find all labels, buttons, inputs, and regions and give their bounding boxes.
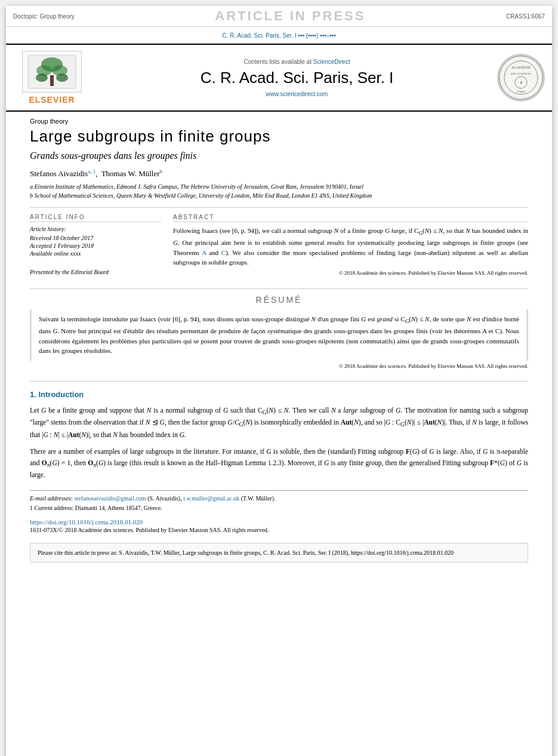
article-info-col: ARTICLE INFO Article history: Received 1… bbox=[30, 214, 161, 276]
accepted-label: Accepted 1 February 2018 bbox=[30, 242, 94, 249]
journal-citation: C. R. Acad. Sci. Paris, Ser. I ••• (••••… bbox=[222, 32, 336, 39]
elsevier-logo-image bbox=[22, 51, 82, 93]
available-label: Available online xxxx bbox=[30, 250, 81, 257]
received-date: Received 18 October 2017 bbox=[30, 235, 161, 241]
theorem-c-link[interactable]: C bbox=[221, 249, 226, 256]
svg-text:PARIS: PARIS bbox=[517, 90, 525, 93]
theorem-a-link[interactable]: A bbox=[202, 249, 206, 256]
email-label: E-mail addresses: bbox=[30, 495, 73, 502]
svg-point-5 bbox=[56, 73, 68, 82]
intro-paragraph-2: There are a number of examples of large … bbox=[30, 446, 528, 480]
contents-available: Contents lists available at ScienceDirec… bbox=[97, 59, 497, 65]
author1-name: Stefanos Aivazidis bbox=[30, 169, 88, 178]
article-in-press-label: ARTICLE IN PRESS bbox=[215, 8, 365, 24]
email2-link[interactable]: t.w.muller@gmul.ac.uk bbox=[183, 495, 239, 502]
email1-link[interactable]: stefanosaivazidis@gmail.com bbox=[75, 495, 146, 502]
author2-name: Thomas W. Müller bbox=[101, 169, 160, 178]
elsevier-logo-area: ELSEVIER bbox=[13, 51, 91, 105]
doi-link[interactable]: https://doi.org/10.1016/j.crma.2018.01.0… bbox=[30, 518, 528, 525]
footnotes-section: E-mail addresses: stefanosaivazidis@gmai… bbox=[30, 490, 528, 512]
intro-paragraph-1: Let G be a finite group and suppose that… bbox=[30, 405, 528, 441]
divider-1 bbox=[30, 207, 528, 208]
doi-section: https://doi.org/10.1016/j.crma.2018.01.0… bbox=[30, 518, 528, 533]
article-body: Group theory Large subgroups in finite g… bbox=[6, 112, 552, 574]
resume-section: RÉSUMÉ Suivant la terminologie introduit… bbox=[30, 288, 528, 368]
elsevier-brand: ELSEVIER bbox=[29, 95, 75, 105]
abstract-text: Following Isaacs (see [6, p. 94]), we ca… bbox=[173, 226, 528, 267]
article-subtitle: Grands sous-groupes dans les groupes fin… bbox=[30, 150, 528, 161]
introduction-section: 1. Introduction Let G be a finite group … bbox=[30, 381, 528, 481]
abstract-copyright: © 2018 Académie des sciences. Published … bbox=[173, 270, 528, 276]
svg-rect-6 bbox=[50, 75, 54, 86]
journal-url: www.sciencedirect.com bbox=[97, 91, 497, 97]
email1-name: (S. Aivazidis), bbox=[147, 495, 182, 502]
affiliation-b: b School of Mathematical Sciences, Queen… bbox=[30, 191, 528, 200]
affiliation-a: a Einstein Institute of Mathematics, Edm… bbox=[30, 182, 528, 191]
crass-id-label: CRASS1:6067 bbox=[506, 13, 545, 20]
header-center: Contents lists available at ScienceDirec… bbox=[97, 59, 497, 97]
resume-theorem-a-link[interactable]: A bbox=[482, 327, 486, 334]
affiliations: a Einstein Institute of Mathematics, Edm… bbox=[30, 182, 528, 200]
email2-name: (T.W. Müller). bbox=[241, 495, 276, 502]
article-info-header: ARTICLE INFO bbox=[30, 214, 161, 222]
footnote-1: 1 Current address: Diamanti 14, Athens 1… bbox=[30, 504, 528, 512]
svg-text:ACADÉMIE: ACADÉMIE bbox=[511, 65, 531, 69]
abstract-header: ABSTRACT bbox=[173, 214, 528, 222]
header-section: ELSEVIER Contents lists available at Sci… bbox=[6, 45, 552, 112]
citation-text: Please cite this article in press as: S.… bbox=[38, 549, 454, 556]
author2-sup: b bbox=[160, 168, 163, 174]
author1-sup: a, 1 bbox=[88, 168, 95, 174]
article-main-title: Large subgroups in finite groups bbox=[30, 127, 528, 146]
accepted-date: Accepted 1 February 2018 bbox=[30, 242, 161, 249]
doctopic-label: Doctopic: Group theory bbox=[13, 13, 75, 20]
top-banner: Doctopic: Group theory ARTICLE IN PRESS … bbox=[6, 6, 552, 27]
resume-theorem-c-link[interactable]: C bbox=[495, 327, 500, 334]
svg-text:⚜: ⚜ bbox=[519, 81, 523, 85]
academy-logo: ACADÉMIE DES SCIENCES ⚜ PARIS bbox=[497, 54, 545, 102]
svg-point-4 bbox=[36, 73, 48, 82]
issn-line: 1631-073X/© 2018 Académie des sciences. … bbox=[30, 527, 528, 533]
email-footnote: E-mail addresses: stefanosaivazidis@gmai… bbox=[30, 494, 528, 503]
two-col-section: ARTICLE INFO Article history: Received 1… bbox=[30, 214, 528, 276]
resume-text: Suivant la terminologie introduite par I… bbox=[30, 309, 528, 360]
article-history-label: Article history: bbox=[30, 226, 161, 232]
journal-title: C. R. Acad. Sci. Paris, Ser. I bbox=[97, 69, 497, 87]
citation-box: Please cite this article in press as: S.… bbox=[30, 543, 528, 563]
resume-copyright: © 2018 Académie des sciences. Published … bbox=[30, 363, 528, 369]
journal-line: C. R. Acad. Sci. Paris, Ser. I ••• (••••… bbox=[6, 27, 552, 45]
intro-section-title: 1. Introduction bbox=[30, 390, 528, 399]
resume-header: RÉSUMÉ bbox=[30, 295, 528, 305]
available-online: Available online xxxx bbox=[30, 250, 161, 257]
sciencedirect-link[interactable]: ScienceDirect bbox=[313, 59, 350, 65]
abstract-col: ABSTRACT Following Isaacs (see [6, p. 94… bbox=[173, 214, 528, 276]
authors-line: Stefanos Aivazidisa, 1, Thomas W. Müller… bbox=[30, 168, 528, 179]
svg-text:DES SCIENCES: DES SCIENCES bbox=[511, 72, 532, 75]
page: Doctopic: Group theory ARTICLE IN PRESS … bbox=[6, 6, 552, 756]
presented-by: Presented by the Editorial Board bbox=[30, 269, 161, 275]
article-category: Group theory bbox=[30, 118, 528, 125]
received-label: Received 18 October 2017 bbox=[30, 235, 93, 241]
